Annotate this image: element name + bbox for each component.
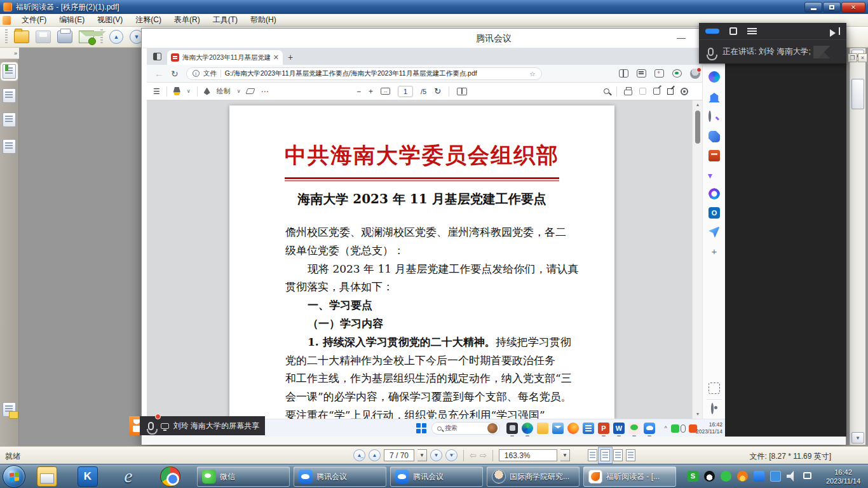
menu-comment[interactable]: 注释(C): [130, 13, 167, 27]
start-orb[interactable]: [3, 465, 25, 488]
taskbar-button-foxit[interactable]: 福昕阅读器 - [...: [583, 466, 676, 487]
comments-panel-button[interactable]: [3, 402, 16, 417]
foxit-vertical-scrollbar[interactable]: ▲ ▼: [850, 48, 865, 445]
zoom-level[interactable]: 163.3%: [499, 449, 557, 461]
audio-indicator-icon[interactable]: [705, 29, 719, 34]
menu-edit[interactable]: 编辑(E): [53, 13, 90, 27]
tray-flame-icon[interactable]: [737, 471, 748, 482]
chevron-down-icon[interactable]: ∨: [237, 88, 241, 94]
k-app-icon[interactable]: K: [78, 466, 98, 487]
print-icon[interactable]: [624, 90, 632, 95]
zoom-in-icon[interactable]: +: [369, 87, 373, 96]
signature-panel-button[interactable]: [3, 112, 16, 127]
more-tools-icon[interactable]: ⋯: [261, 87, 268, 96]
chrome-icon[interactable]: [160, 466, 180, 487]
file-explorer-icon[interactable]: [37, 466, 57, 487]
scroll-down-icon[interactable]: ▼: [693, 410, 703, 419]
menu-form[interactable]: 表单(R): [168, 13, 206, 27]
taskbar-search-box[interactable]: 搜索: [431, 422, 500, 435]
rotate-icon[interactable]: ↻: [434, 86, 441, 96]
previous-view-icon[interactable]: ⇦: [470, 451, 477, 460]
continuous-facing-view-icon[interactable]: [626, 449, 635, 461]
menu-tools[interactable]: 工具(T): [207, 13, 243, 27]
split-screen-icon[interactable]: [619, 69, 628, 78]
chevron-down-icon[interactable]: ∨: [187, 88, 191, 94]
taskbar-button-meeting-2[interactable]: 腾讯会议: [390, 466, 483, 487]
widgets-icon[interactable]: [506, 423, 518, 434]
toc-icon[interactable]: ☰: [153, 87, 160, 96]
draw-pen-icon[interactable]: [204, 88, 210, 95]
settings-gear-icon[interactable]: [681, 88, 688, 95]
document-close-button[interactable]: ×: [858, 53, 867, 62]
tray-wechat-icon[interactable]: [671, 424, 679, 433]
first-page-button[interactable]: ▲̲: [353, 449, 365, 461]
layers-panel-button[interactable]: [3, 139, 16, 154]
page-indicator[interactable]: 7 / 70: [384, 449, 414, 461]
continuous-view-icon[interactable]: [600, 449, 610, 461]
word-icon[interactable]: W: [613, 423, 625, 434]
restore-window-icon[interactable]: [729, 27, 737, 35]
meeting-app-icon[interactable]: [644, 423, 655, 434]
restore-button[interactable]: [823, 2, 841, 13]
page-dropdown-icon[interactable]: ▼: [417, 449, 427, 461]
next-page-button[interactable]: ▼: [430, 449, 442, 461]
refresh-button[interactable]: ↻: [171, 69, 179, 79]
scroll-up-icon[interactable]: ▲: [693, 100, 703, 109]
taskbar-button-wechat[interactable]: 微信: [197, 466, 290, 487]
page-number-input[interactable]: 1: [398, 86, 413, 97]
tray-sogou-icon[interactable]: S: [688, 471, 698, 482]
two-page-view-icon[interactable]: [457, 88, 467, 95]
store-app-icon[interactable]: [583, 423, 594, 434]
scrollbar-thumb[interactable]: [695, 111, 700, 144]
zoom-out-icon[interactable]: −: [356, 87, 361, 96]
remote-clock[interactable]: 16:42 2023/11/14: [692, 421, 722, 435]
menu-file[interactable]: 文件(F): [16, 13, 52, 27]
close-button[interactable]: ✕: [841, 2, 865, 13]
draw-label[interactable]: 绘制: [217, 86, 231, 96]
save-as-icon[interactable]: [653, 88, 660, 95]
add-sidebar-app-icon[interactable]: +: [709, 247, 720, 258]
file-explorer-icon[interactable]: [537, 423, 548, 434]
email-button[interactable]: [79, 30, 94, 43]
menu-help[interactable]: 帮助(H): [245, 13, 282, 27]
fit-width-icon[interactable]: ↔: [381, 88, 390, 95]
internet-explorer-icon[interactable]: e: [118, 466, 139, 487]
firefox-icon[interactable]: [567, 423, 579, 434]
meeting-minimize-button[interactable]: —: [674, 31, 688, 45]
search-highlight-thumbnail[interactable]: [487, 423, 498, 433]
facing-view-icon[interactable]: [613, 449, 623, 461]
toolbox-icon[interactable]: [709, 150, 720, 161]
drop-paperplane-icon[interactable]: [709, 226, 720, 238]
mail-icon[interactable]: [552, 423, 564, 434]
sidebar-search-icon[interactable]: [709, 111, 711, 122]
taskbar-button-group-chat[interactable]: 国际商学院研究...: [487, 466, 580, 487]
profile-avatar[interactable]: [690, 69, 700, 79]
expand-panel-icon[interactable]: »: [0, 48, 19, 59]
tray-mic-icon[interactable]: [681, 424, 686, 433]
save-button[interactable]: [36, 30, 51, 43]
tray-input-method-icon[interactable]: [770, 471, 781, 482]
favorite-star-icon[interactable]: ☆: [529, 70, 535, 78]
bookmarks-panel-button[interactable]: [3, 64, 16, 79]
start-button[interactable]: [416, 423, 426, 433]
highlighter-icon[interactable]: [173, 87, 180, 95]
zoom-dropdown-icon[interactable]: ▼: [560, 449, 570, 461]
edge-icon[interactable]: [522, 423, 533, 434]
address-bar[interactable]: i 文件 G:/海南大学2023年11月基层党建工作要点/海南大学2023年11…: [186, 67, 542, 80]
scrollbar-thumb[interactable]: [851, 79, 864, 109]
page-info-icon[interactable]: i: [193, 70, 200, 77]
previous-page-button[interactable]: ▲: [369, 449, 381, 461]
tray-chevron-icon[interactable]: ^: [661, 424, 670, 433]
favorites-icon[interactable]: [637, 69, 646, 78]
browser-essentials-icon[interactable]: [672, 69, 682, 78]
single-page-view-icon[interactable]: [588, 449, 597, 461]
wechat-icon[interactable]: [628, 423, 640, 434]
menu-view[interactable]: 视图(V): [92, 13, 128, 27]
last-page-button[interactable]: ▼̄: [445, 449, 458, 461]
tray-speaker-icon[interactable]: [787, 471, 797, 482]
pdf-scrollbar[interactable]: ▲ ▼: [692, 100, 702, 419]
tray-meeting-icon[interactable]: [754, 471, 764, 482]
pages-panel-button[interactable]: [3, 88, 16, 103]
m365-ring-icon[interactable]: [709, 188, 720, 200]
tab-close-icon[interactable]: ✕: [273, 53, 279, 62]
